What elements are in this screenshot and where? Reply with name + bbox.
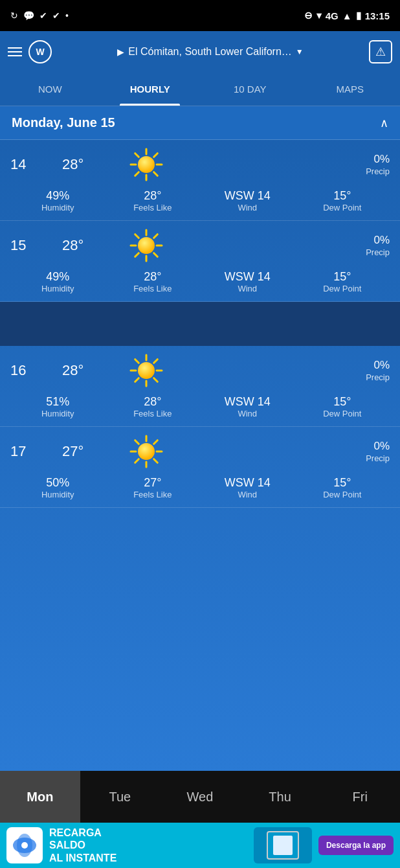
status-right-icons: ⊖ ▾ 4G ▲ ▮ 13:15 xyxy=(304,10,390,21)
svg-line-15 xyxy=(154,234,158,238)
svg-line-25 xyxy=(135,378,139,382)
location-text: El Cómitan, South Lower Californ… xyxy=(128,46,292,58)
hour-row-14: 14 28° xyxy=(0,140,400,221)
day-header: Monday, June 15 ∧ xyxy=(0,106,400,140)
precip-15: 0% Precip xyxy=(172,233,390,258)
hour-temp-15: 28° xyxy=(62,237,120,254)
svg-line-13 xyxy=(135,234,139,238)
tab-hourly[interactable]: HOURLY xyxy=(100,73,201,106)
ad-phone-graphic xyxy=(254,827,312,863)
hour-row-15: 15 28° xyxy=(0,221,400,302)
weather-icon-17 xyxy=(120,435,172,468)
precip-14: 0% Precip xyxy=(172,152,390,177)
ad-banner[interactable]: RECARGA SALDO AL INSTANTE Descarga la ap… xyxy=(0,823,400,868)
day-tabs-bar: Mon Tue Wed Thu Fri xyxy=(0,771,400,823)
svg-point-35 xyxy=(138,443,155,460)
status-left-icons: ↻ 💬 ✔ ✔ • xyxy=(10,10,69,21)
svg-line-24 xyxy=(154,360,158,363)
location-arrow-icon: ▶ xyxy=(117,47,124,57)
svg-line-23 xyxy=(154,378,158,382)
hour-temp-17: 27° xyxy=(62,443,120,460)
svg-line-4 xyxy=(135,154,139,157)
main-tabs: NOW HOURLY 10 DAY MAPS xyxy=(0,73,400,106)
alert-triangle-icon: ⚠ xyxy=(375,45,386,59)
day-title: Monday, June 15 xyxy=(12,115,115,130)
weather-icon-16 xyxy=(120,354,172,387)
hourly-content: Monday, June 15 ∧ 14 28° xyxy=(0,106,400,771)
day-tab-mon[interactable]: Mon xyxy=(0,771,80,823)
hour-temp-16: 28° xyxy=(62,362,120,379)
weather-icon-14 xyxy=(120,148,172,181)
svg-line-7 xyxy=(135,172,139,176)
location-caret-icon: ▼ xyxy=(296,47,304,56)
tab-maps[interactable]: MAPS xyxy=(300,73,401,106)
day-tab-tue[interactable]: Tue xyxy=(80,771,161,823)
hour-row-16: 16 28° xyxy=(0,346,400,427)
app-header: W ▶ El Cómitan, South Lower Californ… ▼ … xyxy=(0,31,400,73)
collapse-button[interactable]: ∧ xyxy=(380,116,388,130)
clock-time: 13:15 xyxy=(365,10,390,21)
svg-point-26 xyxy=(138,362,155,379)
check-icon-1: ✔ xyxy=(39,10,47,21)
precip-17: 0% Precip xyxy=(172,439,390,464)
weather-icon-15 xyxy=(120,229,172,262)
precip-16: 0% Precip xyxy=(172,358,390,383)
day-tab-thu[interactable]: Thu xyxy=(240,771,320,823)
4g-label: 4G xyxy=(326,10,339,21)
signal-icon: ▲ xyxy=(342,10,352,21)
ad-logo xyxy=(6,827,43,863)
svg-line-31 xyxy=(135,440,139,444)
check-icon-2: ✔ xyxy=(52,10,60,21)
dot-icon: • xyxy=(65,10,69,21)
svg-line-22 xyxy=(135,360,139,363)
svg-line-14 xyxy=(154,253,158,257)
hour-row-17: 17 27° xyxy=(0,427,400,508)
svg-line-5 xyxy=(154,172,158,176)
svg-line-32 xyxy=(154,459,158,463)
svg-point-38 xyxy=(21,842,28,849)
minus-circle-icon: ⊖ xyxy=(304,10,313,21)
status-bar: ↻ 💬 ✔ ✔ • ⊖ ▾ 4G ▲ ▮ 13:15 xyxy=(0,0,400,31)
hour-time-16: 16 xyxy=(10,362,62,379)
svg-line-16 xyxy=(135,253,139,257)
inline-ad-block xyxy=(0,302,400,346)
hour-time-15: 15 xyxy=(10,237,62,254)
ad-text: RECARGA SALDO AL INSTANTE xyxy=(49,827,247,864)
svg-point-17 xyxy=(138,237,155,254)
rotate-icon: ↻ xyxy=(10,10,18,21)
svg-line-34 xyxy=(135,459,139,463)
svg-line-6 xyxy=(154,154,158,157)
hour-temp-14: 28° xyxy=(62,156,120,173)
svg-point-8 xyxy=(138,156,155,173)
day-tab-fri[interactable]: Fri xyxy=(320,771,400,823)
app-logo: W xyxy=(28,40,52,63)
svg-line-33 xyxy=(154,440,158,444)
battery-icon: ▮ xyxy=(356,10,361,21)
tab-now[interactable]: NOW xyxy=(0,73,100,106)
whatsapp-icon: 💬 xyxy=(23,10,34,21)
wifi-icon: ▾ xyxy=(317,10,322,21)
day-tab-wed[interactable]: Wed xyxy=(160,771,240,823)
location-selector[interactable]: ▶ El Cómitan, South Lower Californ… ▼ xyxy=(58,46,362,58)
hour-time-14: 14 xyxy=(10,156,62,173)
hour-time-17: 17 xyxy=(10,443,62,460)
ad-cta-button[interactable]: Descarga la app xyxy=(318,836,394,855)
tab-10day[interactable]: 10 DAY xyxy=(200,73,300,106)
alert-button[interactable]: ⚠ xyxy=(369,40,392,63)
menu-button[interactable] xyxy=(8,47,22,56)
